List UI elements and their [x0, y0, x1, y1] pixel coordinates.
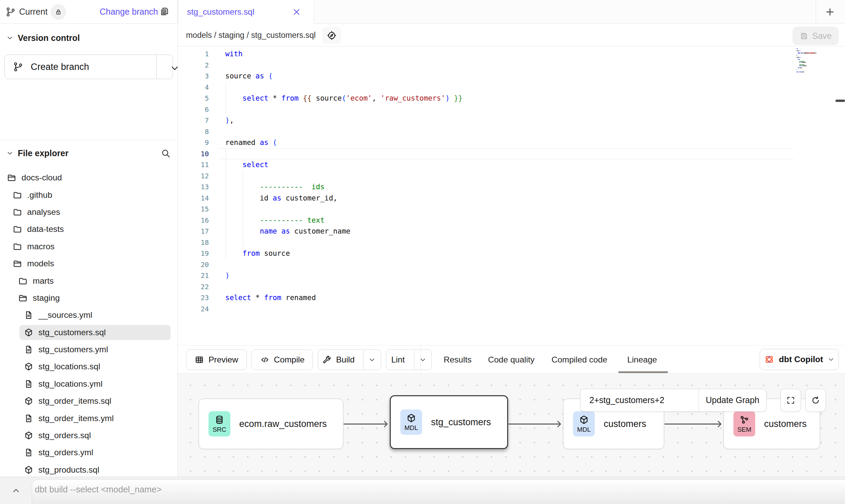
tab-compiled-code[interactable]: Compiled code	[552, 345, 607, 374]
version-control-header[interactable]: Version control	[0, 30, 177, 46]
tab-results[interactable]: Results	[444, 345, 472, 374]
line-number: 12	[184, 171, 209, 182]
lineage-edge	[664, 424, 720, 425]
code-line-13[interactable]: 13 ---------- ids	[178, 181, 845, 193]
code-line-19[interactable]: 19 from source	[178, 248, 845, 259]
tree-item-macros[interactable]: macros	[0, 238, 177, 255]
code-line-17[interactable]: 17 name as customer_name	[178, 226, 845, 237]
line-number: 8	[184, 126, 209, 137]
tree-item-stg-customers-yml[interactable]: stg_customers.yml	[0, 341, 177, 358]
cube-icon	[579, 415, 589, 425]
lint-dropdown[interactable]	[414, 350, 431, 370]
compile-label: Compile	[274, 355, 305, 365]
change-branch-link[interactable]: Change branch	[100, 7, 158, 17]
code-line-23[interactable]: 23select * from renamed	[178, 292, 845, 303]
line-content: with	[225, 48, 243, 60]
tree-item-stg-orders-yml[interactable]: stg_orders.yml	[0, 444, 177, 461]
search-icon[interactable]	[161, 148, 171, 158]
tree-item--sources-yml[interactable]: __sources.yml	[0, 307, 177, 324]
line-number: 2	[184, 60, 209, 71]
tree-item-label: stg_orders.sql	[39, 431, 91, 440]
line-content: name as customer_name	[225, 226, 350, 237]
file-explorer-header[interactable]: File explorer	[0, 145, 177, 161]
update-graph-button[interactable]: Update Graph	[699, 389, 766, 411]
build-label: Build	[336, 355, 355, 365]
code-line-14[interactable]: 14 id as customer_id,	[178, 193, 845, 204]
build-dropdown[interactable]	[363, 350, 381, 370]
copy-icon[interactable]	[159, 6, 169, 17]
fullscreen-button[interactable]	[780, 389, 801, 412]
compile-button[interactable]: Compile	[252, 350, 313, 370]
tab-title: stg_customers.sql	[187, 7, 254, 17]
new-tab-button[interactable]	[825, 7, 835, 17]
badge-label: MDL	[404, 424, 418, 432]
code-line-16[interactable]: 16 ---------- text	[178, 215, 845, 226]
badge-label: SRC	[213, 426, 226, 433]
tree-item--github[interactable]: .github	[0, 186, 177, 203]
tree-item-stg-customers-sql[interactable]: stg_customers.sql	[0, 324, 177, 341]
code-line-15[interactable]: 15	[178, 204, 845, 215]
lineage-node-mdl-stg-customers[interactable]: MDLstg_customers	[390, 395, 508, 449]
divider	[156, 55, 157, 79]
create-branch-button[interactable]: Create branch	[4, 55, 173, 79]
tree-item-stg-orders-sql[interactable]: stg_orders.sql	[0, 427, 177, 444]
code-line-1[interactable]: 1with	[178, 48, 845, 60]
code-line-22[interactable]: 22	[178, 281, 845, 293]
minimap[interactable]	[797, 48, 821, 89]
save-button[interactable]: Save	[792, 27, 839, 45]
lineage-selector-input[interactable]: 2+stg_customers+2	[581, 389, 699, 411]
tree-item-staging[interactable]: staging	[0, 290, 177, 307]
code-line-21[interactable]: 21)	[178, 270, 845, 281]
node-type-badge: MDL	[400, 410, 422, 435]
tree-item-stg-order-items-sql[interactable]: stg_order_items.sql	[0, 392, 177, 410]
code-line-12[interactable]: 12	[178, 171, 845, 182]
code-line-20[interactable]: 20	[178, 259, 845, 270]
code-line-2[interactable]: 2	[178, 60, 845, 71]
code-line-18[interactable]: 18	[178, 237, 845, 248]
scrollbar-thumb[interactable]	[835, 100, 845, 102]
tree-item-label: staging	[33, 293, 60, 303]
tree-item-docs-cloud[interactable]: docs-cloud	[0, 169, 177, 186]
tab-lineage[interactable]: Lineage	[627, 345, 657, 374]
tree-item-label: marts	[33, 276, 54, 286]
file-explorer-title: File explorer	[18, 148, 69, 158]
code-line-3[interactable]: 3source as (	[178, 71, 845, 82]
build-button[interactable]: Build	[318, 350, 381, 370]
tree-item-data-tests[interactable]: data-tests	[0, 221, 177, 238]
code-line-4[interactable]: 4	[178, 82, 845, 93]
command-input[interactable]: dbt build --select <model_name>	[35, 485, 161, 494]
dbt-copilot-button[interactable]: dbt Copilot	[760, 349, 839, 370]
tree-item-stg-products-sql[interactable]: stg_products.sql	[0, 461, 177, 478]
code-line-24[interactable]: 24	[178, 303, 845, 315]
tree-item-analyses[interactable]: analyses	[0, 204, 177, 221]
code-line-10[interactable]: 10	[178, 148, 845, 160]
code-line-11[interactable]: 11 select	[178, 159, 845, 171]
tree-item-label: data-tests	[27, 224, 64, 234]
code-line-6[interactable]: 6	[178, 104, 845, 115]
code-line-8[interactable]: 8	[178, 126, 845, 137]
code-line-7[interactable]: 7),	[178, 115, 845, 126]
close-icon[interactable]	[292, 8, 301, 16]
tree-item-models[interactable]: models	[0, 255, 177, 272]
collapse-panel-button[interactable]	[0, 477, 32, 504]
code-editor[interactable]: 1with23source as (45 select * from {{ so…	[178, 46, 845, 345]
tree-item-marts[interactable]: marts	[0, 272, 177, 289]
navigate-button[interactable]	[322, 27, 341, 44]
line-number: 3	[184, 71, 209, 82]
lineage-canvas[interactable]: SRCecom.raw_customersMDLstg_customersMDL…	[178, 374, 845, 477]
tab-code-quality[interactable]: Code quality	[488, 345, 534, 374]
lineage-node-src-ecom-raw-customers[interactable]: SRCecom.raw_customers	[199, 399, 343, 449]
code-line-9[interactable]: 9renamed as (	[178, 137, 845, 148]
tree-item-stg-order-items-yml[interactable]: stg_order_items.yml	[0, 410, 177, 427]
code-line-5[interactable]: 5 select * from {{ source('ecom', 'raw_c…	[178, 93, 845, 104]
line-content: id as customer_id,	[225, 193, 338, 204]
refresh-button[interactable]	[805, 389, 826, 412]
preview-button[interactable]: Preview	[186, 350, 247, 370]
tab-stg-customers-sql[interactable]: stg_customers.sql	[178, 0, 314, 24]
tree-item-stg-locations-yml[interactable]: stg_locations.yml	[0, 375, 177, 392]
line-number: 19	[184, 248, 209, 259]
version-control-title: Version control	[18, 33, 80, 43]
code-icon	[260, 355, 270, 365]
lint-button[interactable]: Lint	[386, 350, 432, 370]
tree-item-stg-locations-sql[interactable]: stg_locations.sql	[0, 358, 177, 375]
